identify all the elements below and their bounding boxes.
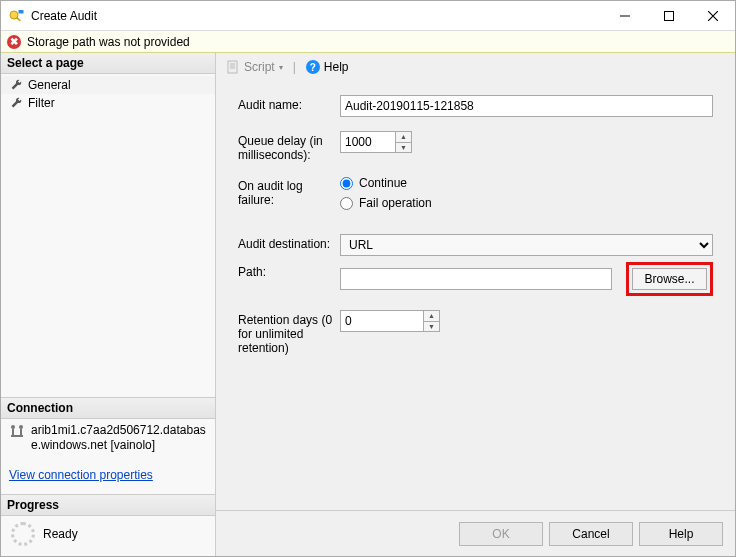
- audit-name-label: Audit name:: [238, 95, 340, 112]
- connection-text: arib1mi1.c7aa2d506712.database.windows.n…: [31, 423, 207, 454]
- path-input[interactable]: [340, 268, 612, 290]
- minimize-button[interactable]: [603, 1, 647, 31]
- close-button[interactable]: [691, 1, 735, 31]
- toolbar-separator: |: [293, 60, 296, 74]
- retention-spinner[interactable]: ▲▼: [423, 311, 439, 331]
- help-label: Help: [324, 60, 349, 74]
- path-label: Path:: [238, 262, 340, 279]
- help-button-footer[interactable]: Help: [639, 522, 723, 546]
- help-button[interactable]: ? Help: [302, 58, 353, 76]
- progress-header: Progress: [1, 494, 215, 516]
- wrench-icon: [9, 78, 23, 92]
- toolbar: Script ▾ | ? Help: [216, 53, 735, 81]
- progress-spinner-icon: [11, 522, 35, 546]
- maximize-button[interactable]: [647, 1, 691, 31]
- svg-rect-3: [665, 11, 674, 20]
- script-icon: [226, 60, 240, 74]
- main-area: Script ▾ | ? Help Audit name: Queue dela…: [216, 53, 735, 556]
- progress-block: Ready: [1, 516, 215, 556]
- browse-button[interactable]: Browse...: [632, 268, 707, 290]
- svg-rect-8: [11, 435, 23, 437]
- sidebar-item-filter[interactable]: Filter: [1, 94, 215, 112]
- svg-rect-7: [20, 429, 22, 435]
- radio-continue[interactable]: Continue: [340, 176, 432, 190]
- ok-button[interactable]: OK: [459, 522, 543, 546]
- radio-fail-label: Fail operation: [359, 196, 432, 210]
- svg-rect-6: [12, 429, 14, 435]
- window-title: Create Audit: [31, 9, 603, 23]
- svg-rect-2: [19, 10, 24, 14]
- svg-point-5: [19, 425, 23, 429]
- svg-point-4: [11, 425, 15, 429]
- audit-name-input[interactable]: [340, 95, 713, 117]
- footer: OK Cancel Help: [216, 510, 735, 556]
- progress-text: Ready: [43, 527, 78, 541]
- connection-info: arib1mi1.c7aa2d506712.database.windows.n…: [1, 419, 215, 458]
- sidebar: Select a page General Filter Connection: [1, 53, 216, 556]
- server-icon: [9, 423, 25, 439]
- alert-bar: ✖ Storage path was not provided: [1, 31, 735, 53]
- destination-select[interactable]: URL: [340, 234, 713, 256]
- destination-label: Audit destination:: [238, 234, 340, 251]
- queue-delay-label: Queue delay (in milliseconds):: [238, 131, 340, 162]
- cancel-button[interactable]: Cancel: [549, 522, 633, 546]
- error-icon: ✖: [7, 35, 21, 49]
- retention-label: Retention days (0 for unlimited retentio…: [238, 310, 340, 355]
- chevron-down-icon: ▾: [279, 63, 283, 72]
- titlebar: Create Audit: [1, 1, 735, 31]
- sidebar-item-label: Filter: [28, 96, 55, 110]
- svg-rect-9: [228, 61, 237, 73]
- help-icon: ?: [306, 60, 320, 74]
- radio-fail-operation[interactable]: Fail operation: [340, 196, 432, 210]
- connection-header: Connection: [1, 397, 215, 419]
- sidebar-item-general[interactable]: General: [1, 76, 215, 94]
- script-button[interactable]: Script ▾: [222, 58, 287, 76]
- highlight-box: Browse...: [626, 262, 713, 296]
- radio-continue-label: Continue: [359, 176, 407, 190]
- view-connection-properties-link[interactable]: View connection properties: [1, 458, 215, 494]
- app-icon: [9, 8, 25, 24]
- wrench-icon: [9, 96, 23, 110]
- script-label: Script: [244, 60, 275, 74]
- queue-delay-spinner[interactable]: ▲▼: [395, 132, 411, 152]
- radio-continue-input[interactable]: [340, 177, 353, 190]
- alert-message: Storage path was not provided: [27, 35, 190, 49]
- form-area: Audit name: Queue delay (in milliseconds…: [216, 81, 735, 510]
- radio-fail-input[interactable]: [340, 197, 353, 210]
- select-page-header: Select a page: [1, 53, 215, 74]
- failure-label: On audit log failure:: [238, 176, 340, 207]
- sidebar-item-label: General: [28, 78, 71, 92]
- svg-rect-1: [16, 17, 21, 21]
